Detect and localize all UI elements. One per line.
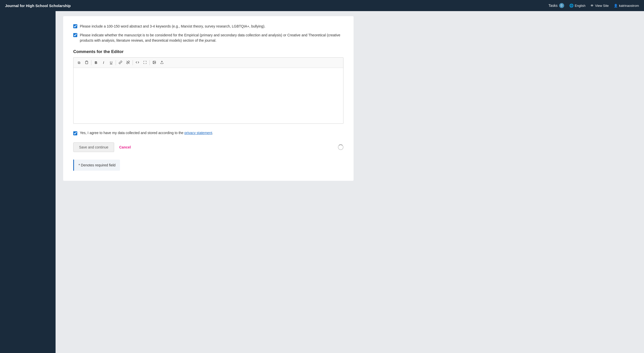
link-button[interactable] — [117, 59, 124, 66]
checklist-item-2: Please indicate whether the manuscript i… — [73, 33, 343, 43]
user-label: katrinaostrom — [619, 4, 639, 8]
toolbar-divider-1 — [91, 60, 91, 65]
content-card: Please include a 100-150 word abstract a… — [63, 16, 354, 181]
user-icon — [614, 4, 618, 8]
code-button[interactable] — [134, 59, 141, 66]
code-icon — [136, 61, 139, 65]
checklist-text-2: Please indicate whether the manuscript i… — [80, 33, 343, 43]
svg-rect-0 — [86, 61, 87, 61]
language-selector[interactable]: English — [569, 4, 586, 8]
required-field-note: * Denotes required field — [73, 160, 120, 171]
image-icon — [153, 61, 156, 65]
paste-button[interactable] — [83, 59, 90, 66]
cancel-button[interactable]: Cancel — [118, 143, 132, 152]
required-field-text: * Denotes required field — [79, 163, 115, 167]
language-label: English — [575, 4, 586, 8]
view-site-label: View Site — [595, 4, 609, 8]
upload-button[interactable] — [158, 59, 165, 66]
svg-point-3 — [154, 62, 154, 62]
form-buttons-row: Save and continue Cancel — [73, 142, 343, 152]
copy-icon — [78, 61, 80, 65]
checklist-item-1: Please include a 100-150 word abstract a… — [73, 24, 343, 29]
tasks-label: Tasks — [549, 4, 558, 8]
privacy-text-after: . — [212, 131, 213, 135]
privacy-statement-link[interactable]: privacy statement — [184, 131, 212, 135]
underline-button[interactable] — [108, 59, 115, 66]
comments-section-title: Comments for the Editor — [73, 49, 343, 54]
toolbar-divider-2 — [116, 60, 116, 65]
paste-icon — [85, 61, 88, 65]
underline-icon — [110, 61, 112, 65]
checklist-text-1: Please include a 100-150 word abstract a… — [80, 24, 265, 29]
editor-content-area[interactable] — [73, 68, 343, 123]
user-menu[interactable]: katrinaostrom — [614, 4, 639, 8]
fullscreen-icon — [143, 61, 147, 65]
privacy-consent-row: Yes, I agree to have my data collected a… — [73, 131, 343, 135]
top-navbar: Journal for High School Scholarship Task… — [0, 0, 644, 11]
toolbar-divider-3 — [133, 60, 133, 65]
italic-button[interactable] — [100, 59, 107, 66]
copy-button[interactable] — [76, 59, 83, 66]
italic-icon — [103, 61, 104, 65]
tasks-badge: 0 — [559, 3, 564, 8]
eye-icon — [590, 4, 594, 8]
main-content: Please include a 100-150 word abstract a… — [56, 11, 644, 353]
bold-button[interactable] — [92, 59, 100, 66]
link-icon — [119, 61, 122, 65]
unlink-button[interactable] — [125, 59, 132, 66]
bold-icon — [95, 61, 97, 65]
editor-toolbar — [73, 58, 343, 68]
navbar-right-group: English View Site katrinaostrom — [569, 4, 639, 8]
toolbar-divider-4 — [150, 60, 150, 65]
fullscreen-button[interactable] — [141, 59, 148, 66]
save-continue-button[interactable]: Save and continue — [73, 142, 114, 152]
upload-icon — [160, 61, 164, 65]
checklist-checkbox-2[interactable] — [73, 33, 77, 37]
view-site-link[interactable]: View Site — [590, 4, 609, 8]
unlink-icon — [126, 61, 130, 65]
loading-spinner — [338, 144, 343, 150]
brand-title: Journal for High School Scholarship — [5, 4, 549, 8]
checklist-checkbox-1[interactable] — [73, 24, 77, 28]
image-button[interactable] — [151, 59, 158, 66]
privacy-checkbox[interactable] — [73, 131, 77, 135]
rich-text-editor[interactable] — [73, 57, 343, 124]
privacy-text: Yes, I agree to have my data collected a… — [80, 131, 213, 135]
privacy-text-before: Yes, I agree to have my data collected a… — [80, 131, 184, 135]
tasks-nav[interactable]: Tasks 0 — [549, 3, 564, 8]
globe-icon — [569, 4, 574, 8]
sidebar — [0, 11, 56, 353]
page-layout: Please include a 100-150 word abstract a… — [0, 11, 644, 353]
